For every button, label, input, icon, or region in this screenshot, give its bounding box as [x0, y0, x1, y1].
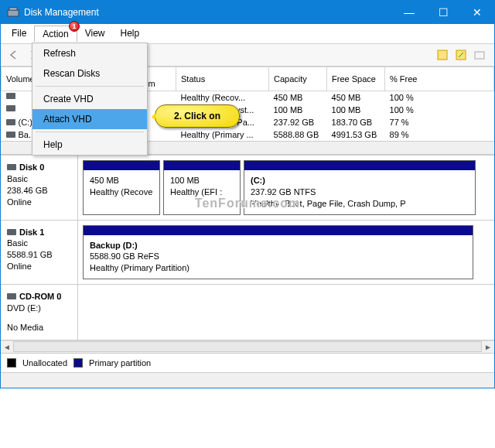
partition-stripe: [164, 161, 240, 170]
disk-row: Disk 0Basic238.46 GBOnline450 MBHealthy …: [1, 156, 494, 221]
menu-help[interactable]: Help: [113, 26, 148, 42]
volume-icon: [6, 93, 15, 99]
partition[interactable]: 450 MBHealthy (Recovery: [83, 160, 160, 215]
svg-rect-0: [8, 10, 19, 16]
window: Disk Management — ☐ ✕ File Action View H…: [0, 0, 495, 388]
refresh-icon[interactable]: [434, 46, 451, 63]
menu-file[interactable]: File: [4, 26, 34, 42]
maximize-button[interactable]: ☐: [426, 1, 460, 24]
menu-attach-vhd[interactable]: Attach VHD 2. Click on: [32, 109, 147, 129]
disk-info[interactable]: Disk 0Basic238.46 GBOnline: [1, 156, 78, 220]
action-dropdown: Refresh Rescan Disks Create VHD Attach V…: [32, 43, 148, 156]
legend-primary: Primary partition: [89, 358, 151, 368]
horizontal-scrollbar[interactable]: ◄ ►: [1, 340, 494, 353]
legend-swatch-primary: [73, 358, 83, 368]
partition-stripe: [244, 161, 475, 170]
menu-rescan-disks[interactable]: Rescan Disks: [32, 63, 147, 84]
svg-rect-1: [9, 8, 17, 10]
disk-row: Disk 1Basic5588.91 GBOnlineBackup (D:)55…: [1, 221, 494, 286]
legend: Unallocated Primary partition: [1, 353, 494, 372]
rescan-icon[interactable]: [452, 46, 469, 63]
partition-stripe: [84, 161, 159, 170]
window-title: Disk Management: [24, 7, 392, 18]
status-bar: [1, 372, 494, 388]
app-icon: [7, 6, 19, 19]
menu-help-item[interactable]: Help: [32, 135, 147, 155]
menubar: File Action View Help 1 Refresh Rescan D…: [1, 24, 494, 44]
scroll-right-arrow[interactable]: ►: [482, 340, 494, 353]
disk-partitions: 450 MBHealthy (Recovery100 MBHealthy (EF…: [78, 156, 494, 220]
disk-icon: [7, 164, 16, 170]
legend-unallocated: Unallocated: [22, 358, 67, 368]
partition[interactable]: (C:)237.92 GB NTFSHealthy (Boot, Page Fi…: [244, 160, 476, 215]
annotation-callout: 2. Click on: [155, 104, 240, 128]
partition[interactable]: 100 MBHealthy (EFI :: [163, 160, 241, 215]
col-capacity[interactable]: Capacity: [269, 67, 327, 91]
svg-rect-4: [475, 52, 484, 59]
disk-partitions: [78, 285, 494, 340]
partition[interactable]: Backup (D:)5588.90 GB ReFSHealthy (Prima…: [83, 225, 473, 280]
menu-create-vhd[interactable]: Create VHD: [32, 89, 147, 109]
menu-attach-vhd-label: Attach VHD: [43, 114, 92, 125]
disk-icon: [7, 229, 16, 235]
disk-info[interactable]: Disk 1Basic5588.91 GBOnline: [1, 221, 78, 285]
partition-stripe: [84, 226, 473, 235]
disk-row: CD-ROM 0DVD (E:)No Media: [1, 285, 494, 340]
col-status[interactable]: Status: [176, 67, 269, 91]
scroll-left-arrow[interactable]: ◄: [1, 340, 13, 353]
svg-rect-2: [438, 50, 447, 60]
back-button[interactable]: [5, 46, 22, 63]
scroll-track[interactable]: [13, 341, 482, 352]
disk-graphical-list: Disk 0Basic238.46 GBOnline450 MBHealthy …: [1, 155, 494, 340]
properties-icon[interactable]: [471, 46, 488, 63]
legend-swatch-unallocated: [7, 358, 16, 368]
menu-separator: [36, 86, 144, 87]
menu-view[interactable]: View: [77, 26, 113, 42]
volume-icon: [6, 119, 15, 125]
disk-info[interactable]: CD-ROM 0DVD (E:)No Media: [1, 285, 78, 340]
minimize-button[interactable]: —: [392, 1, 426, 24]
disk-icon: [7, 293, 16, 299]
col-pctfree[interactable]: % Free: [385, 67, 494, 91]
close-button[interactable]: ✕: [460, 1, 494, 24]
menu-refresh[interactable]: Refresh: [32, 43, 147, 63]
col-freespace[interactable]: Free Space: [327, 67, 385, 91]
annotation-marker-1: 1: [69, 21, 80, 32]
menu-separator: [36, 132, 144, 132]
volume-icon: [6, 132, 15, 138]
disk-partitions: Backup (D:)5588.90 GB ReFSHealthy (Prima…: [78, 221, 494, 285]
volume-icon: [6, 105, 15, 111]
